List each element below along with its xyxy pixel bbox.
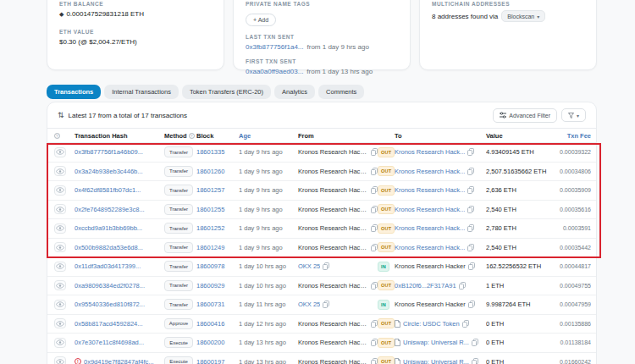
block-link[interactable]: 18600416 <box>196 320 224 328</box>
block-link[interactable]: 18600731 <box>196 301 224 308</box>
copy-icon[interactable] <box>371 206 378 213</box>
copy-icon[interactable] <box>371 148 378 156</box>
add-tag-button[interactable]: + Add <box>246 14 276 26</box>
copy-icon[interactable] <box>467 148 474 156</box>
from-address[interactable]: OKX 25 <box>298 262 320 270</box>
from-address[interactable]: Kronos Research Hacker <box>298 282 368 290</box>
from-address[interactable]: Kronos Research Hacker <box>298 244 368 251</box>
eye-icon[interactable] <box>54 318 66 328</box>
block-link[interactable]: 18600978 <box>196 262 224 270</box>
from-address[interactable]: Kronos Research Hacker <box>298 358 368 364</box>
from-address[interactable]: OKX 25 <box>298 301 320 308</box>
copy-icon[interactable] <box>467 244 474 251</box>
to-address[interactable]: Circle: USDC Token <box>403 320 460 328</box>
copy-icon[interactable] <box>467 168 474 175</box>
copy-icon[interactable] <box>323 262 329 270</box>
to-address[interactable]: Uniswap: Universal R... <box>403 339 469 346</box>
eye-icon[interactable] <box>54 166 66 176</box>
transaction-hash-link[interactable]: 0x500b9882da53e6d8... <box>75 244 143 251</box>
header-age-toggle[interactable]: Age <box>239 132 298 140</box>
transaction-hash-link[interactable]: 0x3fb877756f1a46b09... <box>75 148 143 156</box>
copy-icon[interactable] <box>371 339 378 346</box>
copy-icon[interactable] <box>472 358 478 364</box>
advanced-filter-button[interactable]: Advanced Filter <box>493 108 557 123</box>
block-link[interactable]: 18601252 <box>196 224 224 232</box>
blockscan-dropdown[interactable]: Blockscan ▾ <box>501 10 545 22</box>
from-address[interactable]: Kronos Research Hacker <box>298 168 368 175</box>
copy-icon[interactable] <box>371 358 378 364</box>
from-address[interactable]: Kronos Research Hacker <box>298 206 368 213</box>
sort-icon[interactable]: ⇅ <box>58 111 64 119</box>
copy-icon[interactable] <box>371 244 378 251</box>
eth-value: $0.30 (@ $2,004.27/ETH) <box>59 38 212 46</box>
last-txn-hash-link[interactable]: 0x3fb877756f1a4... <box>246 43 304 51</box>
copy-icon[interactable] <box>371 168 378 175</box>
to-address[interactable]: Uniswap: Universal R... <box>403 358 469 364</box>
copy-icon[interactable] <box>459 282 466 290</box>
eye-icon[interactable] <box>54 242 66 252</box>
tab-analytics[interactable]: Analytics <box>274 85 315 99</box>
to-address[interactable]: Kronos Research Hack... <box>395 224 465 232</box>
copy-icon[interactable] <box>371 282 378 290</box>
eye-icon[interactable] <box>54 185 66 196</box>
eye-icon[interactable] <box>54 204 66 214</box>
copy-icon[interactable] <box>467 224 474 232</box>
filter-dropdown-button[interactable]: ▾ <box>561 108 586 122</box>
copy-icon[interactable] <box>468 262 475 270</box>
transaction-hash-link[interactable]: 0x2fe7648952289e3c8... <box>75 206 145 213</box>
transaction-hash-link[interactable]: 0x95540336ed810f872... <box>75 301 145 308</box>
copy-icon[interactable] <box>323 301 329 308</box>
to-address[interactable]: Kronos Research Hack... <box>395 244 465 251</box>
eye-icon[interactable] <box>54 300 66 310</box>
eye-icon[interactable] <box>54 280 66 290</box>
transaction-hash-link[interactable]: 0x3a24b938eb3c446b... <box>75 168 143 175</box>
to-address[interactable]: Kronos Research Hack... <box>395 168 465 175</box>
tab-transactions[interactable]: Transactions <box>47 85 101 99</box>
from-address[interactable]: Kronos Research Hacker <box>298 224 368 232</box>
block-link[interactable]: 18601255 <box>196 206 224 213</box>
copy-icon[interactable] <box>371 224 378 232</box>
eye-icon[interactable] <box>54 223 66 234</box>
copy-icon[interactable] <box>467 206 474 213</box>
from-address[interactable]: Kronos Research Hacker <box>298 339 368 346</box>
transaction-hash-link[interactable]: 0x11df3ad03d417399... <box>75 262 141 270</box>
to-address[interactable]: Kronos Research Hack... <box>395 206 465 213</box>
transaction-hash-link[interactable]: 0x7e307e11c8f4698ad... <box>75 339 144 346</box>
to-address[interactable]: Kronos Research Hacker <box>395 262 466 270</box>
to-address[interactable]: Kronos Research Hack... <box>395 186 465 194</box>
block-link[interactable]: 18600197 <box>196 358 224 364</box>
transaction-hash-link[interactable]: 0x4f62df8581fb07dc1... <box>75 186 141 194</box>
copy-icon[interactable] <box>371 320 378 328</box>
eye-icon[interactable] <box>54 262 66 272</box>
header-txn-fee-toggle[interactable]: Txn Fee <box>554 132 591 140</box>
copy-icon[interactable] <box>462 320 469 328</box>
block-link[interactable]: 18601249 <box>196 244 224 251</box>
tab-internal-transactions[interactable]: Internal Transactions <box>104 85 179 99</box>
copy-icon[interactable] <box>468 301 475 308</box>
block-link[interactable]: 18600200 <box>196 339 224 346</box>
tab-comments[interactable]: Comments <box>318 85 364 99</box>
to-address[interactable]: Kronos Research Hacker <box>395 301 466 308</box>
block-link[interactable]: 18601335 <box>196 148 224 156</box>
transaction-hash-link[interactable]: 0xccbd9a91b3bb69bb... <box>75 224 142 232</box>
eye-icon[interactable] <box>54 356 66 364</box>
eye-icon[interactable] <box>54 147 66 157</box>
to-address[interactable]: 0xB120f6...2F317A91 <box>395 282 456 290</box>
transaction-hash-link[interactable]: 0x58b817acd4592824... <box>75 320 143 328</box>
to-address[interactable]: Kronos Research Hack... <box>395 148 465 156</box>
from-address[interactable]: Kronos Research Hacker <box>298 148 368 156</box>
copy-icon[interactable] <box>472 339 478 346</box>
transaction-hash-link[interactable]: 0xa98096384ed2f0278... <box>75 282 145 290</box>
block-link[interactable]: 18600929 <box>196 282 224 290</box>
block-link[interactable]: 18601260 <box>196 168 224 175</box>
from-address[interactable]: Kronos Research Hacker <box>298 320 368 328</box>
copy-icon[interactable] <box>467 186 474 194</box>
transaction-hash-link[interactable]: 0x9d419e7f82847af4fc... <box>84 358 154 364</box>
eye-icon[interactable] <box>54 338 66 348</box>
copy-icon[interactable] <box>371 186 378 194</box>
first-txn-hash-link[interactable]: 0xaa0a0ff9aed03... <box>246 68 303 75</box>
from-address[interactable]: Kronos Research Hacker <box>298 186 368 194</box>
block-link[interactable]: 18601257 <box>196 186 224 194</box>
tab-token-transfers[interactable]: Token Transfers (ERC-20) <box>182 85 271 99</box>
header-method: Method <box>164 132 187 140</box>
